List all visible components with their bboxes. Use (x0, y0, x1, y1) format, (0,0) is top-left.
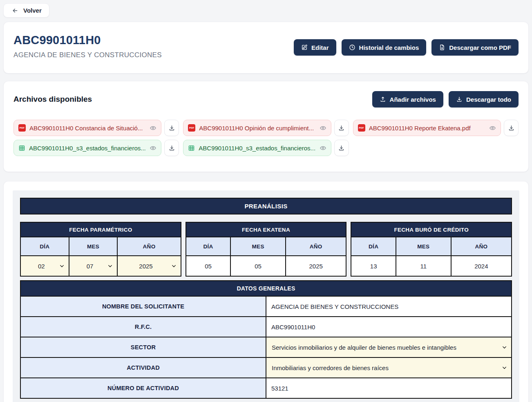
download-pdf-button-label: Descargar como PDF (449, 44, 511, 51)
row-value-numero-actividad: 53121 (266, 378, 512, 398)
row-label-actividad: ACTIVIDAD (20, 357, 266, 378)
parametrico-day-cell: 02 (20, 256, 69, 276)
add-files-button[interactable]: Añadir archivos (372, 91, 443, 107)
record-header-card: ABC9901011H0 AGENCIA DE BIENES Y CONSTRU… (3, 22, 529, 74)
download-pdf-button[interactable]: Descargar como PDF (431, 39, 519, 56)
file-cell: PDF ABC9901011H0 Constancia de Situació.… (13, 120, 179, 136)
file-cell: ABC9901011H0_s3_estados_financieros... (183, 140, 349, 156)
row-value-actividad-cell: Inmobiliarias y corredores de bienes raí… (266, 357, 512, 378)
ano-column-header: AÑO (117, 237, 181, 256)
buro-month-value: 11 (396, 256, 451, 276)
row-value-sector-cell: Servicios inmobiliarios y de alquiler de… (266, 337, 512, 357)
preview-eye-icon[interactable] (489, 125, 496, 132)
download-icon (338, 145, 345, 152)
file-name: ABC9901011H0_s3_estados_financieros... (29, 145, 146, 152)
file-download-button[interactable] (164, 120, 179, 136)
ekatena-month-value: 05 (230, 256, 286, 276)
file-download-button[interactable] (334, 140, 349, 156)
preanalysis-title-bar: PREANÁLISIS (20, 198, 512, 214)
download-all-button[interactable]: Descargar todo (449, 91, 519, 107)
actividad-select[interactable]: Inmobiliarias y corredores de bienes raí… (266, 358, 511, 377)
table-row: NÚMERO DE ACTIVIDAD 53121 (20, 378, 512, 398)
table-row: NOMBRE DEL SOLICITANTE AGENCIA DE BIENES… (20, 296, 512, 317)
pdf-file-icon: PDF (188, 124, 195, 132)
parametrico-year-cell: 2025 (117, 256, 181, 276)
excel-file-icon (18, 145, 25, 152)
parametrico-month-cell: 07 (69, 256, 118, 276)
file-name: ABC9901011H0_s3_estados_financieros... (199, 145, 315, 152)
file-chip-grid: PDF ABC9901011H0 Constancia de Situació.… (13, 120, 519, 156)
date-tables-row: FECHA PARAMÉTRICO DÍA MES AÑO 02 (20, 222, 512, 277)
preview-eye-icon[interactable] (150, 125, 156, 132)
dia-column-header: DÍA (186, 237, 231, 256)
download-icon (508, 125, 515, 132)
mes-column-header: MES (230, 237, 286, 256)
pdf-file-icon: PDF (358, 124, 365, 132)
file-cell: PDF ABC9901011H0 Reporte Ekatena.pdf (353, 120, 519, 136)
fecha-buro-title: FECHA BURÓ DE CRÉDITO (351, 222, 512, 237)
row-label-nombre: NOMBRE DEL SOLICITANTE (20, 296, 266, 317)
table-row: R.F.C. ABC9901011H0 (20, 317, 512, 337)
download-icon (456, 96, 463, 103)
file-download-button[interactable] (334, 120, 349, 136)
sector-select[interactable]: Servicios inmobiliarios y de alquiler de… (266, 337, 511, 357)
file-download-icon (439, 44, 445, 51)
files-actions: Añadir archivos Descargar todo (372, 91, 519, 107)
upload-icon (380, 96, 386, 103)
preview-eye-icon[interactable] (150, 145, 156, 152)
row-value-rfc: ABC9901011H0 (266, 317, 512, 337)
preanalysis-panel: PREANÁLISIS FECHA PARAMÉTRICO DÍA MES AÑ… (13, 190, 519, 402)
file-chip-pdf[interactable]: PDF ABC9901011H0 Constancia de Situació.… (13, 120, 161, 136)
dia-column-header: DÍA (351, 237, 396, 256)
pdf-file-icon: PDF (18, 124, 26, 132)
files-section-title: Archivos disponibles (13, 95, 92, 104)
ano-column-header: AÑO (451, 237, 512, 256)
ekatena-year-value: 2025 (286, 256, 346, 276)
back-button-label: Volver (23, 7, 42, 14)
file-cell: ABC9901011H0_s3_estados_financieros... (13, 140, 179, 156)
back-button[interactable]: Volver (3, 3, 49, 18)
download-icon (168, 145, 175, 152)
download-icon (338, 125, 345, 132)
datos-generales-table: DATOS GENERALES NOMBRE DEL SOLICITANTE A… (20, 280, 512, 399)
ano-column-header: AÑO (286, 237, 346, 256)
preview-eye-icon[interactable] (320, 145, 326, 152)
parametrico-year-select[interactable]: 2025 (118, 256, 180, 276)
history-button[interactable]: Historial de cambios (342, 39, 427, 56)
download-all-button-label: Descargar todo (466, 96, 511, 103)
mes-column-header: MES (396, 237, 451, 256)
table-row: ACTIVIDAD Inmobiliarias y corredores de … (20, 357, 512, 378)
fecha-parametrico-title: FECHA PARAMÉTRICO (20, 222, 181, 237)
parametrico-month-select[interactable]: 07 (69, 256, 117, 276)
file-chip-pdf[interactable]: PDF ABC9901011H0 Reporte Ekatena.pdf (353, 120, 501, 136)
datos-generales-title: DATOS GENERALES (20, 281, 512, 296)
add-files-button-label: Añadir archivos (390, 96, 436, 103)
files-card: Archivos disponibles Añadir archivos Des… (3, 81, 529, 172)
file-chip-excel[interactable]: ABC9901011H0_s3_estados_financieros... (183, 140, 331, 156)
row-value-nombre: AGENCIA DE BIENES Y CONSTRUCCIONES (266, 296, 512, 317)
row-label-numero-actividad: NÚMERO DE ACTIVIDAD (20, 378, 266, 398)
buro-day-value: 13 (351, 256, 396, 276)
pencil-square-icon (301, 44, 308, 51)
preanalysis-card: PREANÁLISIS FECHA PARAMÉTRICO DÍA MES AÑ… (3, 181, 529, 402)
record-identity: ABC9901011H0 AGENCIA DE BIENES Y CONSTRU… (13, 34, 162, 59)
file-chip-excel[interactable]: ABC9901011H0_s3_estados_financieros... (13, 140, 161, 156)
file-download-button[interactable] (164, 140, 179, 156)
preview-eye-icon[interactable] (320, 125, 326, 132)
fecha-buro-table: FECHA BURÓ DE CRÉDITO DÍA MES AÑO 13 11 … (351, 222, 512, 277)
history-button-label: Historial de cambios (359, 44, 419, 51)
row-label-rfc: R.F.C. (20, 317, 266, 337)
parametrico-day-select[interactable]: 02 (21, 256, 69, 276)
buro-year-value: 2024 (451, 256, 512, 276)
file-download-button[interactable] (504, 120, 519, 136)
ekatena-day-value: 05 (186, 256, 231, 276)
fecha-parametrico-table: FECHA PARAMÉTRICO DÍA MES AÑO 02 (20, 222, 181, 277)
fecha-ekatena-title: FECHA EKATENA (186, 222, 346, 237)
fecha-ekatena-table: FECHA EKATENA DÍA MES AÑO 05 05 2025 (186, 222, 347, 277)
file-chip-pdf[interactable]: PDF ABC9901011H0 Opinión de cumplimient.… (183, 120, 331, 136)
file-name: ABC9901011H0 Constancia de Situació... (29, 125, 146, 132)
download-icon (168, 125, 175, 132)
edit-button[interactable]: Editar (294, 39, 336, 56)
arrow-left-icon (11, 7, 19, 14)
files-header: Archivos disponibles Añadir archivos Des… (13, 91, 519, 107)
